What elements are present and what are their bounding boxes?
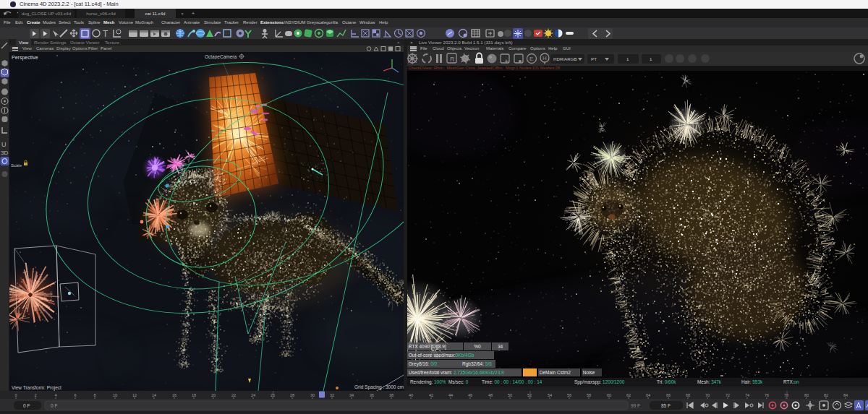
svg-text:0 F: 0 F (23, 403, 30, 408)
svg-text:54: 54 (548, 393, 552, 397)
svg-text:OctaneCamera: OctaneCamera (205, 54, 237, 59)
svg-text:Grid Spacing : 3000 cm: Grid Spacing : 3000 cm (354, 384, 404, 390)
svg-text:T: T (103, 29, 109, 39)
svg-text:64: 64 (646, 393, 650, 397)
svg-text:46: 46 (468, 393, 472, 397)
svg-text:U: U (1, 141, 7, 148)
svg-text:E: E (529, 56, 533, 62)
svg-text:85 F: 85 F (661, 403, 671, 408)
svg-text:44: 44 (448, 393, 453, 397)
svg-text:72: 72 (726, 393, 730, 397)
svg-text:18: 18 (192, 393, 196, 397)
svg-text:82: 82 (824, 393, 828, 397)
svg-text:Perspective: Perspective (12, 55, 38, 61)
svg-text:50: 50 (508, 393, 512, 397)
svg-text:1: 1 (626, 56, 629, 61)
svg-text:4: 4 (54, 393, 56, 397)
svg-text:3D: 3D (1, 150, 8, 156)
svg-text:0: 0 (14, 393, 17, 397)
svg-text:48: 48 (488, 393, 493, 397)
svg-text:R: R (450, 56, 455, 63)
svg-text:PT: PT (591, 56, 597, 61)
svg-text:Scale: Scale (11, 163, 22, 168)
svg-text:99 F: 99 F (631, 403, 640, 408)
svg-text:0 F: 0 F (51, 403, 57, 408)
svg-text:74: 74 (745, 393, 749, 397)
svg-text:28: 28 (290, 393, 294, 397)
svg-text:2: 2 (34, 393, 36, 397)
svg-text:10: 10 (113, 393, 117, 397)
svg-text:8: 8 (93, 393, 95, 397)
svg-text:20: 20 (211, 393, 216, 397)
svg-text:56: 56 (567, 393, 571, 397)
svg-text:22: 22 (231, 393, 236, 397)
svg-text:40: 40 (409, 393, 413, 397)
svg-text:70: 70 (705, 393, 710, 397)
svg-text:80: 80 (804, 393, 809, 397)
svg-text:1: 1 (650, 56, 652, 61)
svg-text:84: 84 (843, 393, 848, 397)
svg-text:52: 52 (527, 393, 532, 397)
svg-text:78: 78 (784, 393, 788, 397)
svg-text:68: 68 (686, 393, 690, 397)
svg-text:66: 66 (666, 393, 671, 397)
svg-text:View Transform: Project: View Transform: Project (12, 385, 61, 391)
svg-text:16: 16 (172, 393, 176, 397)
svg-text:42: 42 (429, 393, 433, 397)
svg-text:24: 24 (251, 393, 255, 397)
svg-text:HDR/ARGB: HDR/ARGB (553, 56, 577, 61)
svg-text:14: 14 (152, 393, 156, 397)
svg-text:76: 76 (765, 393, 769, 397)
svg-text:30: 30 (310, 393, 315, 397)
svg-text:60: 60 (607, 393, 611, 397)
svg-text:58: 58 (587, 393, 591, 397)
svg-text:32: 32 (330, 393, 334, 397)
svg-text:36: 36 (370, 393, 374, 397)
svg-text:H: H (542, 55, 547, 61)
svg-text:6: 6 (74, 393, 76, 397)
svg-text:38: 38 (389, 393, 393, 397)
svg-text:34: 34 (349, 393, 354, 397)
svg-text:62: 62 (626, 393, 631, 397)
svg-text:12: 12 (132, 393, 137, 397)
